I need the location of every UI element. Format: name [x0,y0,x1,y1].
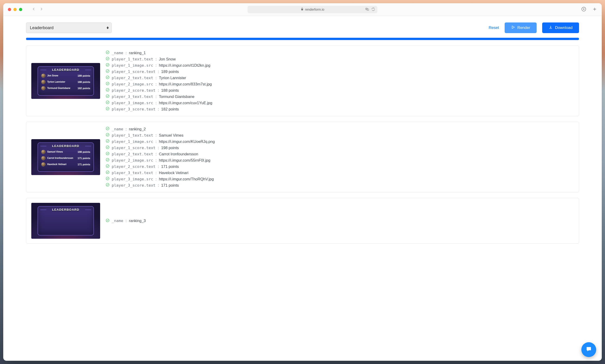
check-circle-icon [106,145,110,150]
address-bar[interactable]: renderform.io [248,6,377,13]
svg-point-15 [106,133,109,136]
field-value: 171 points [161,164,179,169]
svg-point-24 [106,219,109,222]
field-row: player_1_image.src : https://i.imgur.com… [106,139,572,144]
leaderboard-player-name: Samuel Vimes [47,151,63,153]
leaderboard-row: Carrot Ironfoundersson171 points [41,156,90,160]
download-button[interactable]: Download [542,23,579,33]
minimize-window-icon[interactable] [14,8,17,11]
field-separator: : [158,146,159,150]
field-separator: : [155,152,157,156]
browser-window: renderform.io Leaderboard [3,3,602,361]
svg-point-5 [106,57,109,60]
field-separator: : [155,76,157,80]
field-key: player_3_image.src [112,177,153,181]
field-key: _name [112,219,123,223]
field-row: player_2_text.text : Tyrion Lannister [106,76,572,80]
field-key: _name [112,127,123,131]
svg-point-20 [106,164,109,168]
result-card: LEADERBOARDJon Snow189 pointsTyrion Lann… [26,46,579,116]
svg-point-4 [106,51,109,54]
field-value: Carrot Ironfoundersson [159,152,198,156]
chat-icon [586,346,592,353]
field-separator: : [155,158,157,163]
field-key: player_2_score.text [112,88,155,93]
check-circle-icon [106,57,110,61]
field-row: player_2_score.text : 171 points [106,164,572,169]
leaderboard-player-score: 189 points [78,74,90,77]
field-separator: : [155,171,157,175]
field-value: ranking_1 [129,51,146,55]
field-key: player_2_image.src [112,82,153,86]
check-circle-icon [106,219,110,223]
svg-point-11 [106,94,109,97]
svg-point-19 [106,158,109,161]
translate-icon[interactable] [365,7,369,12]
result-thumbnail[interactable]: LEADERBOARDJon Snow189 pointsTyrion Lann… [31,63,100,99]
field-separator: : [155,133,157,138]
progress-bar [26,38,579,40]
reload-icon[interactable] [371,7,375,12]
new-tab-icon[interactable] [592,7,597,13]
toolbar: Leaderboard Reset Render Download [26,23,579,33]
field-value: Tyrion Lannister [159,76,186,80]
field-row: player_3_score.text : 182 points [106,107,572,111]
field-row: player_1_score.text : 189 points [106,69,572,74]
leaderboard-player-name: Tormund Giantsbane [47,87,70,89]
check-circle-icon [106,101,110,105]
render-button[interactable]: Render [505,23,537,33]
leaderboard-player-score: 182 points [78,87,90,90]
check-circle-icon [106,94,110,99]
field-value: ranking_2 [129,127,146,131]
svg-point-16 [106,139,109,143]
svg-point-6 [106,63,109,66]
leaderboard-player-name: Tyrion Lannister [47,81,65,83]
field-separator: : [155,101,157,105]
nav-forward-icon[interactable] [39,7,43,12]
maximize-window-icon[interactable] [19,8,22,11]
field-row: _name : ranking_2 [106,127,572,131]
field-separator: : [126,219,127,223]
field-row: player_2_image.src : https://i.imgur.com… [106,158,572,163]
leaderboard-title: LEADERBOARD [41,144,90,148]
check-circle-icon [106,152,110,156]
downloads-icon[interactable] [581,7,586,13]
check-circle-icon [106,82,110,86]
avatar [41,162,45,167]
leaderboard-row: Samuel Vimes198 points [41,150,90,154]
nav-back-icon[interactable] [31,7,36,12]
field-value: ranking_3 [129,219,146,223]
leaderboard-player-name: Havelock Vetinari [47,163,67,166]
url-text: renderform.io [305,8,324,11]
avatar [41,74,45,78]
template-select[interactable]: Leaderboard [26,23,112,33]
field-row: player_1_score.text : 198 points [106,145,572,150]
field-value: https://i.imgur.com/cuv1YuE.jpg [159,101,212,105]
svg-marker-3 [512,26,514,28]
field-list: _name : ranking_1player_1_text.text : Jo… [106,51,572,111]
field-key: player_3_image.src [112,101,153,105]
field-row: _name : ranking_1 [106,51,572,55]
leaderboard-player-name: Carrot Ironfoundersson [47,157,73,159]
chat-widget[interactable] [581,342,596,357]
field-key: player_2_text.text [112,76,153,80]
field-key: player_2_image.src [112,158,153,163]
template-select-value: Leaderboard [30,26,54,30]
check-circle-icon [106,88,110,93]
check-circle-icon [106,158,110,163]
field-value: Tormund Giantsbane [159,94,194,99]
field-row: player_3_image.src : https://i.imgur.com… [106,177,572,181]
field-value: https://i.imgur.com/55rnF0I.jpg [159,158,210,163]
result-thumbnail[interactable]: LEADERBOARDSamuel Vimes198 pointsCarrot … [31,139,100,175]
result-thumbnail[interactable]: LEADERBOARD [31,203,100,239]
field-key: player_1_image.src [112,63,153,68]
field-separator: : [155,139,157,144]
reset-button[interactable]: Reset [489,26,499,30]
check-circle-icon [106,63,110,68]
field-separator: : [155,82,157,86]
field-row: _name : ranking_3 [106,219,572,223]
close-window-icon[interactable] [8,8,11,11]
play-icon [511,25,515,30]
field-separator: : [158,88,159,93]
field-key: player_3_score.text [112,107,155,111]
